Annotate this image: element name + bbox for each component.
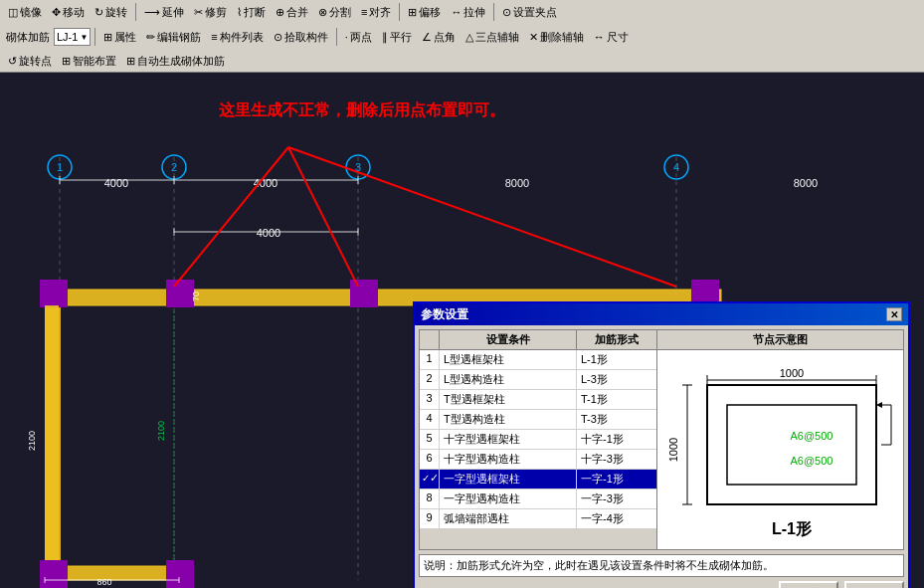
- row-form-2: L-3形: [577, 370, 656, 389]
- table-row[interactable]: 3T型遇框架柱T-1形: [420, 390, 656, 410]
- mirror-button[interactable]: ◫ 镜像: [4, 3, 46, 22]
- rotate-point-icon: ↺: [8, 55, 17, 68]
- delete-aux-button[interactable]: ✕ 删除辅轴: [525, 28, 588, 47]
- stretch-button[interactable]: ↔ 拉伸: [447, 3, 489, 22]
- row-condition-4: T型遇构造柱: [440, 410, 577, 429]
- svg-text:4000: 4000: [254, 177, 277, 189]
- svg-rect-15: [45, 305, 59, 580]
- svg-text:1000: 1000: [780, 367, 804, 379]
- align-button[interactable]: ≡ 对齐: [357, 3, 395, 22]
- move-button[interactable]: ✥ 移动: [48, 3, 89, 22]
- separator-1: [135, 3, 136, 21]
- break-button[interactable]: ⌇ 打断: [233, 3, 270, 22]
- dimension-button[interactable]: ↔ 尺寸: [590, 28, 633, 47]
- angle-button[interactable]: ∠ 点角: [418, 28, 460, 47]
- three-points-button[interactable]: △ 三点辅轴: [462, 28, 523, 47]
- toolbar-row-1: ◫ 镜像 ✥ 移动 ↻ 旋转 ⟶ 延伸 ✂ 修剪 ⌇ 打断 ⊕ 合并 ⊗: [0, 0, 924, 24]
- cancel-button[interactable]: 取消: [844, 581, 904, 588]
- extend-icon: ⟶: [144, 6, 160, 19]
- row-num-5: 5: [420, 430, 440, 449]
- preview-svg: 1000 1000: [657, 350, 903, 549]
- dialog-body: 设置条件 加筋形式 1L型遇框架柱L-1形2L型遇构造柱L-3形3T型遇框架柱T…: [415, 325, 908, 588]
- combo-value: LJ-1: [57, 31, 78, 43]
- row-form-1: L-1形: [577, 350, 656, 369]
- edit-rebar-icon: ✏: [146, 31, 155, 44]
- preview-canvas: 1000 1000: [657, 350, 903, 549]
- separator-4: [94, 28, 95, 46]
- table-row[interactable]: 1L型遇框架柱L-1形: [420, 350, 656, 370]
- svg-rect-9: [40, 280, 68, 307]
- three-points-icon: △: [465, 31, 473, 44]
- col-header-condition: 设置条件: [440, 330, 577, 349]
- property-icon: ⊞: [103, 31, 112, 44]
- ok-button[interactable]: 确定: [779, 581, 838, 588]
- table-row[interactable]: 2L型遇构造柱L-3形: [420, 370, 656, 390]
- row-num-3: 3: [420, 390, 440, 409]
- preview-title: 节点示意图: [657, 330, 903, 350]
- row-num-4: 4: [420, 410, 440, 429]
- smart-layout-button[interactable]: ⊞ 智能布置: [58, 52, 120, 71]
- edit-rebar-button[interactable]: ✏ 编辑钢筋: [142, 28, 205, 47]
- trim-icon: ✂: [194, 6, 203, 19]
- break-icon: ⌇: [237, 6, 242, 19]
- two-points-button[interactable]: · 两点: [341, 28, 376, 47]
- extend-button[interactable]: ⟶ 延伸: [140, 3, 188, 22]
- row-condition-8: 一字型遇构造柱: [440, 490, 577, 508]
- rotate-button[interactable]: ↻ 旋转: [91, 3, 131, 22]
- parallel-icon: ∥: [382, 31, 388, 44]
- dialog-titlebar: 参数设置 ✕: [415, 303, 908, 325]
- table-header: 设置条件 加筋形式: [420, 330, 656, 350]
- row-form-9: 一字-4形: [577, 509, 656, 528]
- mirror-label: 镜像: [20, 5, 42, 20]
- auto-generate-button[interactable]: ⊞ 自动生成砌体加筋: [122, 52, 229, 71]
- svg-text:2: 2: [171, 161, 177, 173]
- row-form-7: 一字-1形: [577, 470, 656, 489]
- table-row[interactable]: ✓一字型遇框架柱一字-1形: [420, 470, 656, 490]
- dimension-icon: ↔: [594, 31, 605, 43]
- col-header-form: 加筋形式: [577, 330, 656, 349]
- row-condition-2: L型遇构造柱: [440, 370, 577, 389]
- rotate-point-button[interactable]: ↺ 旋转点: [4, 52, 56, 71]
- row-form-6: 十字-3形: [577, 450, 656, 469]
- svg-rect-17: [166, 560, 194, 588]
- separator-3: [493, 3, 494, 21]
- component-list-button[interactable]: ≡ 构件列表: [207, 28, 267, 47]
- component-list-icon: ≡: [211, 31, 217, 43]
- row-condition-5: 十字型遇框架柱: [440, 430, 577, 449]
- trim-button[interactable]: ✂ 修剪: [190, 3, 231, 22]
- row-num-7: ✓: [420, 470, 440, 489]
- parallel-button[interactable]: ∥ 平行: [378, 28, 416, 47]
- annotation-text: 这里生成不正常，删除后用点布置即可。: [219, 100, 505, 121]
- table-body: 1L型遇框架柱L-1形2L型遇构造柱L-3形3T型遇框架柱T-1形4T型遇构造柱…: [420, 350, 656, 529]
- split-button[interactable]: ⊗ 分割: [314, 3, 355, 22]
- svg-text:860: 860: [96, 577, 111, 587]
- parameter-dialog: 参数设置 ✕ 设置条件 加筋形式 1L型遇框架柱L-1形2L型遇构造柱L-3形3…: [413, 301, 910, 588]
- row-condition-6: 十字型遇构造柱: [440, 450, 577, 469]
- component-combo[interactable]: LJ-1 ▼: [54, 28, 91, 46]
- setpoint-button[interactable]: ⊙ 设置夹点: [498, 3, 561, 22]
- dialog-bottom-bar: 整板生成 确定 取消: [419, 581, 904, 588]
- delete-aux-icon: ✕: [529, 31, 538, 44]
- combine-button[interactable]: ⊕ 合并: [272, 3, 312, 22]
- stretch-icon: ↔: [451, 6, 462, 18]
- property-button[interactable]: ⊞ 属性: [99, 28, 140, 47]
- svg-text:2100: 2100: [27, 431, 37, 451]
- table-row[interactable]: 4T型遇构造柱T-3形: [420, 410, 656, 430]
- table-row[interactable]: 6十字型遇构造柱十字-3形: [420, 450, 656, 470]
- row-condition-9: 弧墙端部遇柱: [440, 509, 577, 528]
- pick-component-button[interactable]: ⊙ 拾取构件: [270, 28, 332, 47]
- row-num-2: 2: [420, 370, 440, 389]
- dialog-close-button[interactable]: ✕: [886, 307, 902, 321]
- table-row[interactable]: 5十字型遇框架柱十字-1形: [420, 430, 656, 450]
- svg-text:A6@500: A6@500: [791, 455, 833, 467]
- table-row[interactable]: 9弧墙端部遇柱一字-4形: [420, 509, 656, 529]
- svg-text:1000: 1000: [667, 438, 679, 462]
- svg-text:4000: 4000: [104, 177, 128, 189]
- row-form-3: T-1形: [577, 390, 656, 409]
- row-condition-3: T型遇框架柱: [440, 390, 577, 409]
- offset-button[interactable]: ⊞ 偏移: [404, 3, 445, 22]
- dialog-title: 参数设置: [421, 306, 468, 323]
- separator-2: [399, 3, 400, 21]
- table-row[interactable]: 8一字型遇构造柱一字-3形: [420, 490, 656, 509]
- toolbar-row-3: ↺ 旋转点 ⊞ 智能布置 ⊞ 自动生成砌体加筋: [0, 50, 924, 72]
